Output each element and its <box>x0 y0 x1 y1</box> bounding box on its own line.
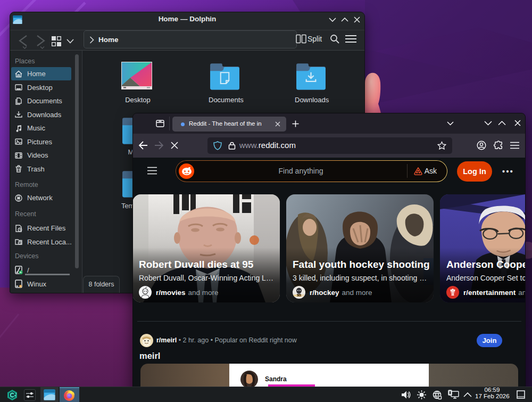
svg-text:HOCKEY: HOCKEY <box>294 294 304 297</box>
